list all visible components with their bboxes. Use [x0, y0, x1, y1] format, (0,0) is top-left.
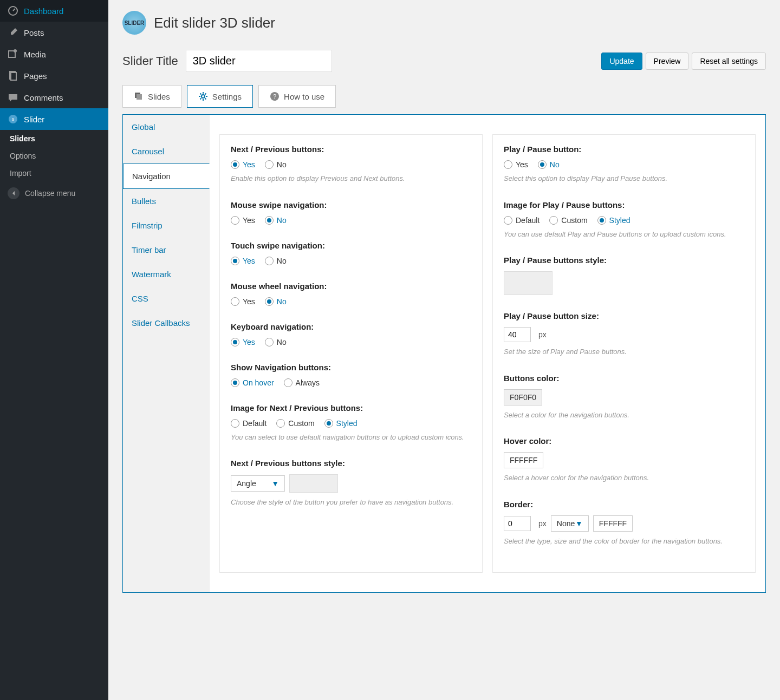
field-nav-style: Next / Previous buttons style: Angle ▼ C… — [231, 459, 471, 508]
hover-color-input[interactable]: FFFFFF — [504, 452, 543, 468]
nav-timerbar[interactable]: Timer bar — [123, 238, 209, 262]
buttons-color-input[interactable]: F0F0F0 — [504, 389, 542, 405]
title-row: Slider Title Update Preview Reset all se… — [122, 50, 766, 72]
field-mouse-swipe: Mouse swipe navigation: Yes No — [231, 200, 471, 225]
left-column: Next / Previous buttons: Yes No Enable t… — [219, 134, 483, 573]
help-text: You can select to use default navigation… — [231, 432, 471, 443]
field-touch-swipe: Touch swipe navigation: Yes No — [231, 241, 471, 265]
radio-custom[interactable]: Custom — [276, 419, 314, 428]
nav-callbacks[interactable]: Slider Callbacks — [123, 311, 209, 335]
menu-label: Media — [24, 50, 46, 59]
nav-css[interactable]: CSS — [123, 286, 209, 311]
radio-on-hover[interactable]: On hover — [231, 378, 274, 387]
radio-no[interactable]: No — [265, 257, 287, 265]
radio-yes[interactable]: Yes — [231, 216, 255, 225]
update-button[interactable]: Update — [601, 53, 642, 70]
style-preview — [289, 474, 338, 493]
radio-yes[interactable]: Yes — [231, 160, 255, 169]
field-label: Image for Play / Pause buttons: — [504, 200, 744, 210]
svg-rect-8 — [136, 94, 142, 100]
field-play-size: Play / Pause button size: px Set the siz… — [504, 311, 744, 357]
field-label: Buttons color: — [504, 374, 744, 383]
help-icon: ? — [270, 91, 280, 101]
radio-no[interactable]: No — [265, 297, 287, 306]
right-column: Play / Pause button: Yes No Select this … — [492, 134, 756, 573]
menu-dashboard[interactable]: Dashboard — [0, 0, 108, 22]
nav-watermark[interactable]: Watermark — [123, 262, 209, 286]
field-label: Show Navigation buttons: — [231, 363, 471, 372]
settings-nav: Global Carousel Navigation Bullets Films… — [123, 115, 210, 592]
submenu-import[interactable]: Import — [0, 165, 108, 182]
menu-posts[interactable]: Posts — [0, 22, 108, 43]
field-label: Keyboard navigation: — [231, 322, 471, 331]
field-image-nav: Image for Next / Previous buttons: Defau… — [231, 403, 471, 443]
submenu-sliders[interactable]: Sliders — [0, 130, 108, 147]
collapse-menu[interactable]: Collapse menu — [0, 182, 108, 205]
radio-no[interactable]: No — [265, 216, 287, 225]
radio-styled[interactable]: Styled — [597, 216, 630, 225]
help-text: Enable this option to display Previous a… — [231, 173, 471, 184]
radio-no[interactable]: No — [265, 160, 287, 169]
submenu-options[interactable]: Options — [0, 147, 108, 165]
tab-settings[interactable]: Settings — [187, 85, 253, 108]
play-size-input[interactable] — [504, 327, 531, 342]
reset-button[interactable]: Reset all settings — [692, 53, 766, 70]
settings-content: Global Carousel Navigation Bullets Films… — [122, 114, 766, 593]
preview-button[interactable]: Preview — [646, 53, 689, 70]
field-mouse-wheel: Mouse wheel navigation: Yes No — [231, 282, 471, 306]
help-text: Select a color for the navigation button… — [504, 410, 744, 421]
radio-default[interactable]: Default — [504, 216, 540, 225]
slider-title-label: Slider Title — [122, 54, 178, 68]
svg-point-2 — [14, 49, 17, 53]
nav-global[interactable]: Global — [123, 115, 209, 139]
radio-yes[interactable]: Yes — [231, 297, 255, 306]
svg-point-9 — [202, 95, 205, 98]
tab-label: Settings — [212, 92, 242, 101]
menu-slider[interactable]: S Slider — [0, 108, 108, 130]
field-play-style: Play / Pause buttons style: — [504, 256, 744, 295]
unit-label: px — [538, 330, 547, 339]
radio-yes[interactable]: Yes — [231, 338, 255, 346]
nav-carousel[interactable]: Carousel — [123, 139, 209, 163]
admin-sidebar: Dashboard Posts Media Pages Comments S S… — [0, 0, 108, 700]
menu-label: Slider — [24, 115, 44, 124]
menu-pages[interactable]: Pages — [0, 65, 108, 87]
help-text: Choose the style of the button you prefe… — [231, 497, 471, 508]
menu-comments[interactable]: Comments — [0, 87, 108, 108]
field-label: Play / Pause button size: — [504, 311, 744, 320]
field-border: Border: px None ▼ FFFFFF Select the type… — [504, 500, 744, 547]
nav-navigation[interactable]: Navigation — [123, 163, 210, 189]
radio-yes[interactable]: Yes — [504, 160, 528, 169]
field-show-nav: Show Navigation buttons: On hover Always — [231, 363, 471, 387]
radio-always[interactable]: Always — [284, 378, 320, 387]
radio-styled[interactable]: Styled — [324, 419, 358, 428]
border-color-input[interactable]: FFFFFF — [593, 515, 633, 532]
field-label: Play / Pause button: — [504, 145, 744, 154]
nav-bullets[interactable]: Bullets — [123, 189, 209, 213]
tab-howto[interactable]: ? How to use — [258, 85, 336, 108]
radio-default[interactable]: Default — [231, 419, 266, 428]
field-label: Touch swipe navigation: — [231, 241, 471, 250]
dashboard-icon — [8, 5, 18, 16]
border-size-input[interactable] — [504, 516, 531, 531]
radio-no[interactable]: No — [265, 338, 287, 346]
menu-label: Comments — [24, 93, 63, 102]
svg-text:S: S — [12, 117, 15, 121]
border-style-select[interactable]: None ▼ — [551, 515, 589, 532]
radio-no[interactable]: No — [538, 160, 560, 169]
radio-yes[interactable]: Yes — [231, 257, 255, 265]
chevron-down-icon: ▼ — [575, 519, 583, 528]
help-text: You can use default Play and Pause butto… — [504, 229, 744, 240]
tab-slides[interactable]: Slides — [122, 85, 181, 108]
radio-custom[interactable]: Custom — [549, 216, 587, 225]
field-buttons-color: Buttons color: F0F0F0 Select a color for… — [504, 374, 744, 421]
style-select[interactable]: Angle ▼ — [231, 475, 285, 492]
field-label: Play / Pause buttons style: — [504, 256, 744, 265]
gear-icon — [198, 91, 208, 101]
slider-title-input[interactable] — [186, 50, 332, 72]
nav-filmstrip[interactable]: Filmstrip — [123, 213, 209, 238]
menu-media[interactable]: Media — [0, 43, 108, 65]
field-label: Image for Next / Previous buttons: — [231, 403, 471, 413]
help-text: Set the size of Play and Pause buttons. — [504, 346, 744, 357]
page-header: SLIDER Edit slider 3D slider — [122, 11, 766, 35]
